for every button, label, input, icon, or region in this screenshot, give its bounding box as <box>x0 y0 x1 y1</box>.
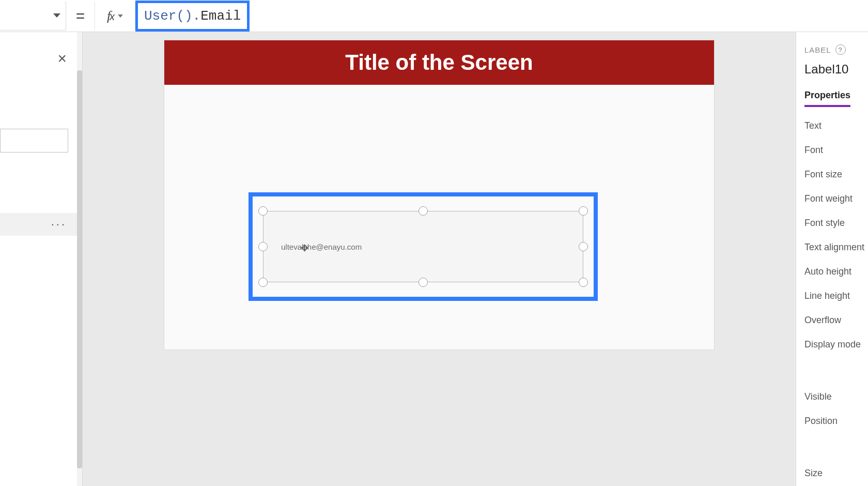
equals-sign: = <box>66 2 95 31</box>
formula-input-highlight: User().Email <box>135 1 250 32</box>
chevron-down-icon <box>118 14 123 18</box>
workspace: × ··· Title of the Screen ultevalche@ena… <box>0 32 868 486</box>
left-panel: × ··· <box>0 32 83 486</box>
more-icon[interactable]: ··· <box>51 218 67 231</box>
prop-font-weight[interactable]: Font weight <box>804 193 868 204</box>
control-kind: LABEL ? <box>804 44 868 55</box>
canvas[interactable]: Title of the Screen ultevalche@enayu.com… <box>83 32 796 486</box>
formula-token-struct: User(). <box>144 8 200 24</box>
resize-handle-bot-mid[interactable] <box>419 278 428 287</box>
property-selector[interactable] <box>0 2 66 31</box>
help-icon[interactable]: ? <box>835 44 846 55</box>
left-scrollbar-thumb[interactable] <box>77 70 82 468</box>
prop-font-size[interactable]: Font size <box>804 169 868 180</box>
resize-handle-top-mid[interactable] <box>419 206 428 216</box>
search-input[interactable] <box>0 129 68 153</box>
resize-handle-mid-right[interactable] <box>579 242 588 251</box>
prop-line-height[interactable]: Line height <box>804 291 868 301</box>
control-name[interactable]: Label10 <box>804 62 868 77</box>
label-text-value: ultevalche@enayu.com <box>281 242 362 251</box>
close-icon[interactable]: × <box>57 50 67 67</box>
resize-handle-top-left[interactable] <box>258 206 268 216</box>
resize-handle-mid-left[interactable] <box>258 242 268 251</box>
left-scrollbar[interactable] <box>77 32 82 486</box>
prop-size[interactable]: Size <box>804 468 868 479</box>
chevron-down-icon <box>53 13 60 18</box>
tab-properties[interactable]: Properties <box>804 90 850 107</box>
prop-overflow[interactable]: Overflow <box>804 315 868 326</box>
resize-handle-top-right[interactable] <box>579 206 588 216</box>
prop-position[interactable]: Position <box>804 416 868 427</box>
prop-text[interactable]: Text <box>804 120 868 131</box>
fx-icon: fx <box>107 8 115 24</box>
control-kind-label: LABEL <box>804 45 831 54</box>
prop-auto-height[interactable]: Auto height <box>804 266 868 277</box>
tree-selected-row[interactable]: ··· <box>0 213 77 236</box>
formula-input[interactable]: User().Email <box>144 8 241 24</box>
prop-display-mode[interactable]: Display mode <box>804 339 868 350</box>
screen-title[interactable]: Title of the Screen <box>164 40 714 85</box>
selection-highlight: ultevalche@enayu.com ✥ <box>249 192 598 301</box>
resize-handle-bot-right[interactable] <box>579 278 588 287</box>
properties-list: Text Font Font size Font weight Font sty… <box>804 120 868 479</box>
prop-visible[interactable]: Visible <box>804 391 868 402</box>
prop-font[interactable]: Font <box>804 145 868 156</box>
properties-panel: LABEL ? Label10 Properties Text Font Fon… <box>796 32 868 486</box>
selected-label-control[interactable]: ultevalche@enayu.com ✥ <box>263 211 583 282</box>
resize-handle-bot-left[interactable] <box>258 278 268 287</box>
formula-bar: = fx User().Email <box>0 0 868 32</box>
prop-text-alignment[interactable]: Text alignment <box>804 242 868 253</box>
fx-button[interactable]: fx <box>95 2 135 31</box>
prop-font-style[interactable]: Font style <box>804 218 868 229</box>
formula-token-member: Email <box>200 8 241 24</box>
